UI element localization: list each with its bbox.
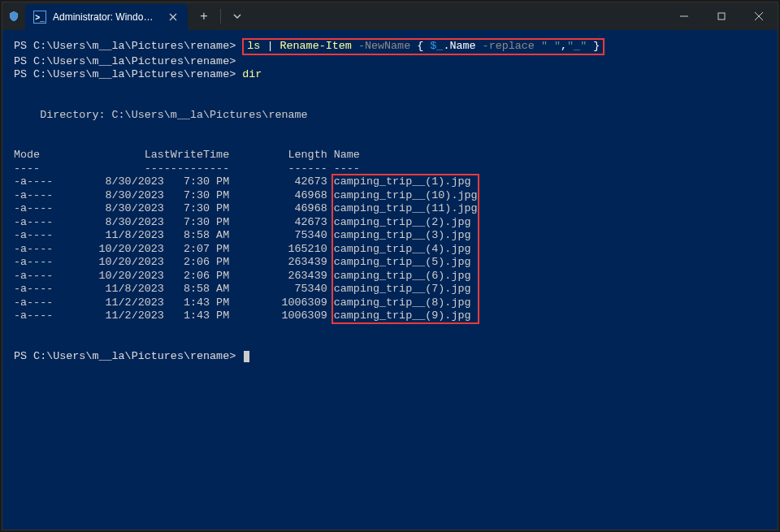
divider [220,9,221,24]
table-row: -a---- 11/2/2023 1:43 PM 1006309 camping… [14,296,766,310]
maximize-button[interactable] [703,2,740,30]
blank-line [14,82,766,96]
terminal-window: >_ Administrator: Windows Powe + PS C: [2,2,778,530]
directory-listing: Mode LastWriteTime Length Name ---- ----… [14,149,766,323]
command-line-3: PS C:\Users\m__la\Pictures\rename> dir [14,68,766,82]
blank-line [14,336,766,350]
table-row: -a---- 11/2/2023 1:43 PM 1006309 camping… [14,309,766,323]
command-line-2: PS C:\Users\m__la\Pictures\rename> [14,55,766,69]
svg-rect-0 [718,13,725,19]
command-line-1: PS C:\Users\m__la\Pictures\rename> ls | … [14,38,766,55]
highlighted-command: ls | Rename-Item -NewName { $_.Name -rep… [242,38,604,55]
terminal-body[interactable]: PS C:\Users\m__la\Pictures\rename> ls | … [2,30,778,530]
tab-active[interactable]: >_ Administrator: Windows Powe [25,4,188,30]
table-row: -a---- 8/30/2023 7:30 PM 42673 camping_t… [14,175,766,189]
prompt-current: PS C:\Users\m__la\Pictures\rename> [14,350,766,364]
table-row: -a---- 10/20/2023 2:07 PM 165210 camping… [14,243,766,257]
table-row: -a---- 10/20/2023 2:06 PM 263439 camping… [14,256,766,270]
titlebar[interactable]: >_ Administrator: Windows Powe + [2,2,778,30]
blank-line [14,95,766,109]
blank-line [14,122,766,136]
tab-title: Administrator: Windows Powe [53,11,160,23]
cursor [244,351,249,362]
table-dashes: ---- ------------- ------ ---- [14,162,766,176]
shield-icon [2,11,25,22]
new-tab-button[interactable]: + [191,3,217,29]
directory-header: Directory: C:\Users\m__la\Pictures\renam… [14,109,766,123]
table-header: Mode LastWriteTime Length Name [14,149,766,162]
table-row: -a---- 11/8/2023 8:58 AM 75340 camping_t… [14,229,766,243]
blank-line [14,136,766,149]
tab-dropdown-button[interactable] [224,3,250,29]
close-tab-icon[interactable] [167,11,180,24]
table-row: -a---- 8/30/2023 7:30 PM 46968 camping_t… [14,202,766,216]
table-row: -a---- 10/20/2023 2:06 PM 263439 camping… [14,270,766,283]
close-button[interactable] [740,2,778,30]
powershell-icon: >_ [33,11,46,24]
minimize-button[interactable] [665,2,703,30]
window-controls [665,2,778,30]
table-row: -a---- 8/30/2023 7:30 PM 42673 camping_t… [14,216,766,230]
table-row: -a---- 8/30/2023 7:30 PM 46968 camping_t… [14,189,766,203]
blank-line [14,323,766,337]
table-row: -a---- 11/8/2023 8:58 AM 75340 camping_t… [14,283,766,296]
